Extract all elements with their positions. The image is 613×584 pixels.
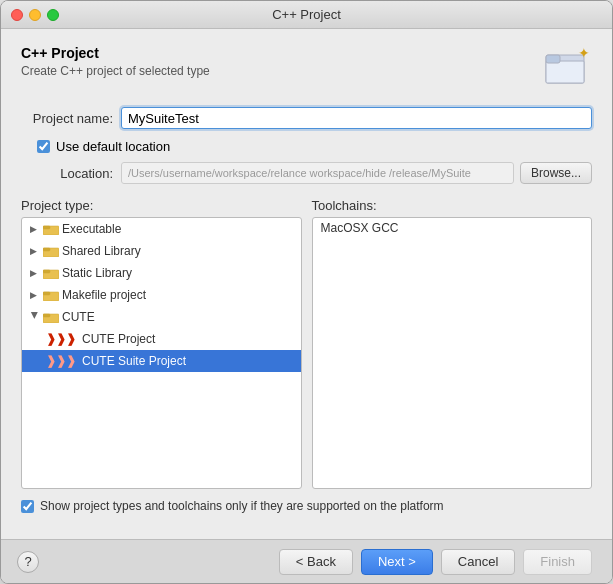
list-item[interactable]: ▶ CUTE [22, 306, 301, 328]
item-label: CUTE [62, 308, 95, 326]
back-button[interactable]: < Back [279, 549, 353, 575]
bottom-checkbox-row: Show project types and toolchains only i… [21, 499, 592, 513]
folder-icon [43, 267, 59, 279]
location-row: Location: Browse... [21, 162, 592, 184]
button-bar: ? < Back Next > Cancel Finish [1, 539, 612, 583]
arrow-icon: ▶ [30, 220, 40, 238]
list-item[interactable]: MacOSX GCC [313, 218, 592, 238]
header-icon-area: ✦ [544, 45, 592, 93]
finish-button: Finish [523, 549, 592, 575]
item-label: CUTE Project [82, 330, 155, 348]
window: C++ Project C++ Project Create C++ proje… [0, 0, 613, 584]
item-label: Makefile project [62, 286, 146, 304]
titlebar: C++ Project [1, 1, 612, 29]
default-location-label: Use default location [56, 139, 170, 154]
location-label: Location: [21, 166, 121, 181]
arrow-expanded-icon: ▶ [26, 312, 44, 322]
project-type-list[interactable]: ▶ Executable ▶ Sha [21, 217, 302, 489]
svg-rect-2 [546, 55, 560, 63]
help-button[interactable]: ? [17, 551, 39, 573]
dialog-subtitle: Create C++ project of selected type [21, 64, 210, 78]
platform-filter-checkbox[interactable] [21, 500, 34, 513]
default-location-checkbox[interactable] [37, 140, 50, 153]
cancel-button[interactable]: Cancel [441, 549, 515, 575]
svg-rect-4 [43, 226, 50, 229]
project-type-col: Project type: ▶ Executable ▶ [21, 198, 302, 489]
arrow-icon: ▶ [30, 264, 40, 282]
svg-rect-10 [43, 292, 50, 295]
minimize-button[interactable] [29, 9, 41, 21]
list-item[interactable]: ▶ Static Library [22, 262, 301, 284]
folder-open-icon [43, 311, 59, 323]
arrow-icon: ▶ [30, 286, 40, 304]
next-button[interactable]: Next > [361, 549, 433, 575]
svg-rect-1 [546, 61, 584, 83]
platform-filter-label: Show project types and toolchains only i… [40, 499, 444, 513]
arrow-icon: ▶ [30, 242, 40, 260]
close-button[interactable] [11, 9, 23, 21]
toolchain-label: MacOSX GCC [321, 221, 399, 235]
toolchains-label: Toolchains: [312, 198, 593, 213]
svg-rect-8 [43, 270, 50, 273]
list-item[interactable]: ▶ Makefile project [22, 284, 301, 306]
folder-icon [43, 289, 59, 301]
sparkle-icon: ✦ [578, 45, 590, 61]
traffic-lights [11, 9, 59, 21]
svg-rect-6 [43, 248, 50, 251]
list-item[interactable]: ❱❱❱ CUTE Suite Project [22, 350, 301, 372]
two-col-section: Project type: ▶ Executable ▶ [21, 198, 592, 489]
list-item[interactable]: ❱❱❱ CUTE Project [22, 328, 301, 350]
browse-button[interactable]: Browse... [520, 162, 592, 184]
folder-icon [43, 245, 59, 257]
project-name-label: Project name: [21, 111, 121, 126]
toolchains-col: Toolchains: MacOSX GCC [312, 198, 593, 489]
window-title: C++ Project [272, 7, 341, 22]
cute-icon: ❱❱❱ [46, 330, 76, 348]
project-name-input[interactable] [121, 107, 592, 129]
toolchains-list[interactable]: MacOSX GCC [312, 217, 593, 489]
item-label: Executable [62, 220, 121, 238]
project-name-row: Project name: [21, 107, 592, 129]
location-input[interactable] [121, 162, 514, 184]
list-item[interactable]: ▶ Executable [22, 218, 301, 240]
item-label: Static Library [62, 264, 132, 282]
header-text: C++ Project Create C++ project of select… [21, 45, 210, 78]
default-location-row: Use default location [21, 139, 592, 154]
item-label: Shared Library [62, 242, 141, 260]
cute-icon: ❱❱❱ [46, 352, 76, 370]
item-label: CUTE Suite Project [82, 352, 186, 370]
svg-rect-12 [43, 314, 50, 317]
dialog-title: C++ Project [21, 45, 210, 61]
maximize-button[interactable] [47, 9, 59, 21]
main-content: C++ Project Create C++ project of select… [1, 29, 612, 539]
list-item[interactable]: ▶ Shared Library [22, 240, 301, 262]
project-type-label: Project type: [21, 198, 302, 213]
folder-icon [43, 223, 59, 235]
header-section: C++ Project Create C++ project of select… [21, 45, 592, 93]
